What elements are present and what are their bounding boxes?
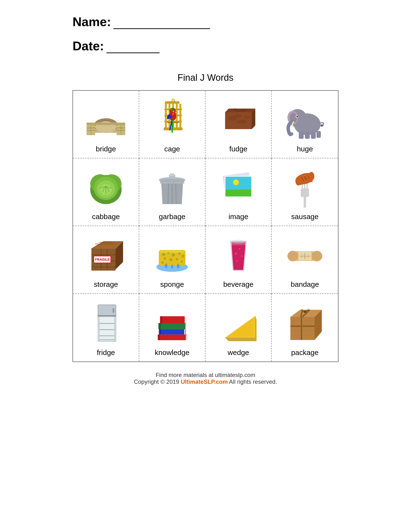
svg-point-34	[170, 108, 174, 111]
date-underline	[106, 50, 159, 53]
svg-rect-175	[186, 335, 187, 340]
cell-wedge: wedge	[206, 294, 272, 361]
svg-point-45	[244, 116, 250, 118]
sponge-label: sponge	[160, 280, 184, 288]
cell-fudge: fudge	[206, 91, 272, 158]
fridge-image	[85, 303, 126, 344]
svg-marker-181	[255, 316, 257, 341]
svg-marker-179	[225, 316, 255, 338]
svg-point-44	[235, 114, 242, 117]
svg-rect-172	[185, 317, 186, 323]
cell-sponge: sponge	[139, 226, 206, 294]
svg-point-111	[176, 258, 178, 260]
svg-point-114	[165, 263, 167, 268]
svg-point-56	[321, 124, 323, 127]
cabbage-label: cabbage	[92, 213, 120, 221]
svg-point-122	[230, 240, 246, 244]
svg-point-116	[177, 264, 179, 268]
svg-point-120	[241, 255, 243, 257]
svg-point-119	[239, 248, 240, 249]
cage-image	[152, 99, 193, 140]
svg-marker-38	[252, 109, 255, 129]
svg-point-128	[301, 253, 302, 255]
knowledge-label: knowledge	[155, 349, 189, 357]
bandage-image	[284, 234, 325, 276]
package-label: package	[291, 349, 318, 357]
svg-rect-77	[304, 196, 306, 208]
svg-point-75	[233, 180, 239, 185]
svg-rect-52	[299, 132, 304, 139]
svg-point-131	[301, 256, 302, 258]
svg-rect-166	[159, 329, 186, 335]
svg-point-113	[161, 261, 164, 264]
copyright-prefix: Copyright © 2019	[134, 379, 181, 385]
svg-point-70	[159, 179, 185, 183]
knowledge-image	[152, 303, 193, 344]
svg-rect-27	[164, 127, 183, 130]
svg-rect-28	[167, 122, 179, 123]
cell-knowledge: knowledge	[139, 294, 206, 361]
cell-garbage: garbage	[139, 158, 206, 226]
cell-huge: huge	[272, 91, 338, 158]
footer: Find more materials at ultimateslp.com C…	[134, 372, 277, 385]
svg-rect-151	[98, 315, 116, 316]
svg-point-190	[304, 311, 306, 313]
sausage-label: sausage	[291, 213, 318, 221]
cell-cage: cage	[139, 91, 206, 158]
svg-text:FRAGILE: FRAGILE	[95, 257, 110, 261]
svg-point-41	[242, 109, 249, 111]
cabbage-image	[85, 167, 126, 208]
word-grid: bridge	[73, 90, 338, 362]
svg-point-133	[307, 256, 309, 258]
svg-rect-164	[158, 334, 187, 340]
cell-beverage: beverage	[206, 226, 272, 294]
svg-rect-186	[290, 325, 315, 327]
storage-label: storage	[94, 280, 118, 288]
bandage-label: bandage	[291, 280, 319, 288]
svg-rect-174	[184, 329, 186, 335]
cell-cabbage: cabbage	[73, 158, 139, 226]
svg-rect-163	[99, 339, 115, 340]
svg-point-40	[232, 108, 238, 110]
svg-point-33	[174, 111, 174, 112]
brand-link: UltimateSLP.com	[181, 379, 228, 385]
svg-point-108	[182, 255, 185, 257]
huge-label: huge	[297, 145, 313, 153]
svg-point-2	[95, 120, 117, 133]
svg-rect-187	[301, 317, 302, 340]
copyright-suffix: All rights reserved.	[228, 379, 277, 385]
fridge-label: fridge	[97, 349, 115, 357]
name-underline	[113, 26, 210, 29]
svg-point-121	[236, 260, 238, 262]
copyright-line: Copyright © 2019 UltimateSLP.com All rig…	[134, 379, 277, 385]
svg-rect-54	[311, 132, 316, 139]
wedge-image	[218, 303, 259, 344]
bridge-image	[85, 99, 126, 140]
wedge-label: wedge	[228, 349, 249, 357]
cell-sausage: sausage	[272, 158, 338, 226]
svg-point-136	[308, 258, 308, 259]
package-image	[284, 303, 325, 344]
svg-rect-74	[225, 190, 252, 197]
svg-rect-53	[305, 132, 310, 139]
svg-marker-180	[225, 338, 257, 341]
date-label: Date:	[73, 39, 104, 53]
beverage-label: beverage	[223, 280, 253, 288]
svg-rect-168	[159, 323, 186, 329]
svg-rect-171	[160, 316, 162, 323]
svg-rect-69	[170, 173, 174, 176]
sponge-image	[152, 234, 193, 276]
svg-point-104	[162, 253, 165, 256]
name-field: Name:	[73, 15, 338, 29]
svg-point-134	[301, 258, 302, 259]
svg-point-109	[164, 257, 166, 260]
svg-rect-167	[159, 329, 161, 335]
date-field: Date:	[73, 39, 338, 53]
svg-rect-155	[113, 308, 114, 313]
storage-image: FRAGILE	[85, 234, 126, 276]
svg-point-130	[307, 253, 309, 255]
svg-rect-157	[98, 317, 116, 341]
svg-point-43	[237, 120, 247, 124]
name-label: Name:	[73, 15, 111, 29]
svg-point-106	[172, 253, 175, 256]
